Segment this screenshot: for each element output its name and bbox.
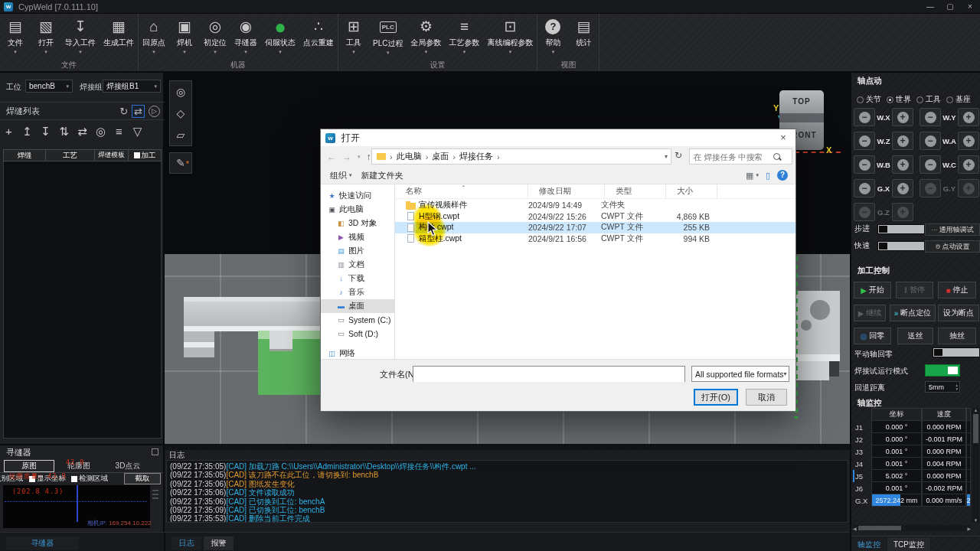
tab-3d-point-cloud[interactable]: 3D点云: [103, 461, 152, 471]
scroll-down-icon[interactable]: ▼: [974, 518, 978, 523]
view-cube-top-face[interactable]: TOP: [779, 90, 824, 113]
monitor-vertical-scrollbar[interactable]: ▲ ▼: [972, 408, 979, 523]
breadcrumb-segment[interactable]: › 此电脑: [386, 151, 422, 162]
welder-button[interactable]: ▣ 焊机 ▾: [169, 16, 200, 60]
search-input[interactable]: [690, 152, 773, 161]
dialog-sidebar-item[interactable]: ▣ 此电脑: [321, 203, 394, 217]
jog-minus-button[interactable]: −: [854, 108, 875, 126]
machining-checkbox[interactable]: [134, 152, 140, 158]
jog-plus-button[interactable]: +: [958, 132, 979, 150]
tools-button[interactable]: ⊞ 工具 ▾: [338, 16, 369, 60]
dialog-sidebar-item[interactable]: ↓ 下载: [321, 272, 394, 285]
set-breakpoint-button[interactable]: 设为断点: [938, 305, 979, 321]
dialog-sidebar-item[interactable]: ▭ System (C:): [321, 313, 394, 327]
jog-minus-button[interactable]: −: [854, 203, 875, 221]
stop-button[interactable]: ■ 停止: [938, 282, 976, 298]
jog-plus-button[interactable]: +: [958, 108, 979, 126]
move-top-icon[interactable]: ↥: [21, 125, 33, 139]
point-cloud-button[interactable]: ∴ 点云重建 ▾: [299, 16, 338, 60]
file-menu-button[interactable]: ▤ 文件 ▾: [0, 16, 31, 60]
organize-button[interactable]: 组织 ▾: [330, 170, 352, 181]
new-folder-button[interactable]: 新建文件夹: [361, 170, 403, 181]
breadcrumb[interactable]: › 此电脑 › 桌面 › 焊接任务 ›: [371, 148, 671, 165]
dialog-sidebar-item[interactable]: ♪ 音乐: [321, 285, 394, 299]
jog-plus-button[interactable]: +: [892, 155, 913, 174]
initial-position-button[interactable]: ◎ 初定位 ▾: [200, 16, 230, 60]
dry-run-toggle[interactable]: [925, 364, 960, 377]
tab-seam-finder[interactable]: 寻缝器: [6, 536, 80, 550]
generic-axis-debug-button[interactable]: ··· 通用轴调试: [925, 223, 980, 236]
process-params-button[interactable]: ≡ 工艺参数 ▾: [445, 16, 483, 60]
dialog-sidebar-item[interactable]: ◫ 网络: [321, 347, 394, 359]
jog-plus-button[interactable]: +: [892, 203, 913, 221]
torch-icon[interactable]: ✎ *: [169, 152, 192, 174]
dialog-sidebar-item[interactable]: ▤ 图片: [321, 244, 394, 258]
file-row[interactable]: 构件.cwpt 2024/9/22 17:07 CWPT 文件 255 KB: [395, 222, 795, 233]
help-button[interactable]: ? 帮助 ▾: [537, 16, 568, 60]
jog-minus-button[interactable]: −: [854, 132, 875, 150]
jog-mode-radio[interactable]: 关节: [857, 94, 881, 105]
dialog-sidebar-item[interactable]: ◧ 3D 对象: [321, 217, 394, 230]
scroll-right-icon[interactable]: ▶: [967, 526, 971, 531]
detect-region-checkbox[interactable]: [71, 476, 77, 482]
reorder-icon[interactable]: ⇅: [58, 125, 70, 139]
global-params-button[interactable]: ⚙ 全局参数 ▾: [407, 16, 445, 60]
dialog-sidebar-item[interactable]: ▶ 视频: [321, 230, 394, 244]
column-process[interactable]: 工艺: [46, 150, 95, 161]
jog-minus-button[interactable]: −: [920, 108, 941, 126]
renumber-icon[interactable]: ⇄: [77, 125, 88, 139]
filename-input[interactable]: [413, 367, 684, 382]
capture-button[interactable]: 截取: [124, 473, 161, 484]
cube-view-icon[interactable]: ◇: [177, 107, 185, 119]
refresh-icon[interactable]: ↻: [119, 106, 128, 117]
wire-feed-button[interactable]: 送丝: [897, 328, 933, 344]
seam-finder-button[interactable]: ◉ 寻缝器 ▾: [230, 16, 261, 60]
jog-plus-button[interactable]: +: [892, 179, 913, 197]
open-file-button[interactable]: ▧ 打开 ▾: [31, 16, 61, 60]
scrollbar-thumb[interactable]: [973, 414, 978, 443]
column-date-modified[interactable]: 修改日期: [528, 184, 605, 198]
tab-tcp-monitor[interactable]: TCP监控: [887, 538, 931, 551]
pan-home-slider[interactable]: [933, 347, 980, 357]
minimize-button[interactable]: —: [920, 0, 940, 14]
filter-funnel-icon[interactable]: ▽: [132, 125, 143, 139]
wire-retract-button[interactable]: 抽丝: [938, 328, 976, 344]
offline-programming-params-button[interactable]: ⊡ 离线编程参数 ▾: [483, 16, 537, 60]
nut-icon[interactable]: ◎: [95, 125, 106, 139]
generate-part-button[interactable]: ▦ 生成工件 ▾: [100, 16, 138, 60]
tab-axis-monitor[interactable]: 轴监控: [851, 538, 887, 551]
section-view-icon[interactable]: ▱: [177, 129, 185, 141]
retreat-distance-stepper[interactable]: 5mm ▴▾: [925, 381, 960, 393]
pause-button[interactable]: ‖ 暂停: [896, 282, 933, 298]
open-button[interactable]: 打开(O): [694, 389, 738, 406]
monitor-horizontal-scrollbar[interactable]: ◀ ▶: [853, 525, 971, 531]
home-button[interactable]: ◎ 回零: [854, 328, 891, 344]
jog-minus-button[interactable]: −: [920, 132, 941, 150]
move-bottom-icon[interactable]: ↧: [40, 125, 51, 139]
restore-button[interactable]: ▢: [940, 0, 960, 14]
column-type[interactable]: 类型: [605, 184, 666, 198]
jog-mode-radio[interactable]: 世界: [887, 94, 911, 105]
fit-view-icon[interactable]: ◎: [176, 86, 185, 98]
slider-thumb[interactable]: [879, 226, 887, 233]
step-slider[interactable]: [877, 224, 925, 234]
column-name[interactable]: 名称: [395, 184, 528, 198]
fast-slider[interactable]: [877, 241, 925, 251]
help-icon[interactable]: ?: [777, 170, 788, 181]
breadcrumb-segment[interactable]: › 焊接任务: [449, 151, 493, 162]
import-part-button[interactable]: ↧ 导入工件 ▾: [61, 16, 100, 60]
jog-plus-button[interactable]: +: [958, 155, 979, 174]
loop-mode-icon[interactable]: ⇄: [132, 105, 145, 118]
jog-plus-button[interactable]: +: [892, 132, 913, 150]
tab-original-image[interactable]: 原图: [4, 460, 54, 472]
jog-minus-button[interactable]: −: [920, 179, 941, 197]
jog-minus-button[interactable]: −: [920, 155, 941, 174]
dialog-close-button[interactable]: ×: [771, 129, 795, 146]
view-mode-button[interactable]: ▦ ▾: [746, 171, 759, 181]
add-seam-icon[interactable]: +: [3, 125, 15, 139]
jog-settings-button[interactable]: ⚙ 点动设置: [925, 240, 980, 253]
plc-process-button[interactable]: PLC PLC过程 ▾: [369, 16, 407, 60]
column-size[interactable]: 大小: [666, 184, 717, 198]
file-row[interactable]: 宣传视频样件 2024/9/9 14:49 文件夹: [395, 200, 795, 211]
home-origin-button[interactable]: ⌂ 回原点 ▾: [139, 16, 169, 60]
